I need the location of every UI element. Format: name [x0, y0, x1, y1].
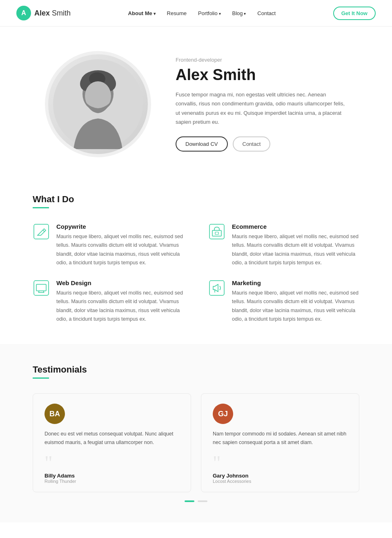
testimonial-1-text: Nam tempor commodo mi id sodales. Aenean… — [213, 430, 347, 447]
services-grid: Copywrite Mauris neque libero, aliquet v… — [33, 223, 359, 324]
testimonial-1-author: Gary Johnson — [213, 473, 347, 479]
what-i-do-title: What I Do — [33, 194, 359, 205]
testimonial-0-avatar: BA — [45, 404, 65, 424]
quote-mark-1: " — [213, 453, 347, 473]
service-copywrite-content: Copywrite Mauris neque libero, aliquet v… — [56, 223, 184, 267]
hero-content: Frontend-developer Alex Smith Fusce temp… — [176, 57, 347, 151]
pen-icon — [33, 223, 50, 240]
hero-role: Frontend-developer — [176, 57, 347, 63]
testimonials-grid: BA Donec eu est vel metus consequat volu… — [33, 393, 359, 492]
shop-icon — [208, 223, 225, 240]
service-webdesign: Web Design Mauris neque libero, aliquet … — [33, 279, 184, 324]
svg-rect-12 — [36, 284, 46, 291]
service-copywrite-title: Copywrite — [56, 223, 184, 230]
what-i-do-section: What I Do Copywrite Mauris neque libero,… — [0, 174, 392, 344]
hero-section: Frontend-developer Alex Smith Fusce temp… — [0, 27, 392, 174]
hero-image-wrap — [45, 51, 151, 157]
megaphone-icon — [208, 279, 225, 297]
hero-portrait — [53, 59, 143, 149]
nav-portfolio[interactable]: Portfolio — [198, 10, 220, 16]
download-cv-button[interactable]: Download CV — [176, 136, 228, 152]
testimonial-0: BA Donec eu est vel metus consequat volu… — [33, 393, 191, 492]
nav-resume[interactable]: Resume — [167, 10, 187, 16]
testimonial-0-header: BA — [45, 404, 179, 424]
service-copywrite-desc: Mauris neque libero, aliquet vel mollis … — [56, 232, 184, 267]
nav-blog[interactable]: Blog — [232, 10, 246, 16]
monitor-icon — [33, 279, 50, 297]
nav-links: About Me Resume Portfolio Blog Contact — [128, 10, 276, 16]
quote-mark-0: " — [45, 453, 179, 473]
service-marketing-title: Marketing — [232, 279, 359, 286]
service-ecommerce-desc: Mauris neque libero, aliquet vel mollis … — [232, 232, 359, 267]
hero-description: Fusce tempor magna mi, non egestas velit… — [176, 90, 347, 126]
testimonial-1-header: GJ — [213, 404, 347, 424]
testimonial-0-company: Rolling Thunder — [45, 479, 179, 484]
testimonial-0-text: Donec eu est vel metus consequat volutpa… — [45, 430, 179, 447]
logo[interactable]: A Alex Smith — [16, 6, 71, 20]
dot-active[interactable] — [185, 500, 194, 502]
dot-inactive[interactable] — [198, 500, 207, 502]
logo-text: Alex Smith — [34, 9, 71, 18]
svg-rect-10 — [215, 232, 218, 234]
testimonial-0-author: Billy Adams — [45, 473, 179, 479]
service-copywrite: Copywrite Mauris neque libero, aliquet v… — [33, 223, 184, 267]
service-ecommerce-title: Ecommerce — [232, 223, 359, 230]
service-marketing: Marketing Mauris neque libero, aliquet v… — [208, 279, 359, 324]
svg-rect-13 — [209, 281, 224, 295]
clients-section: Clients GOLDENGRID. SWEETY MAGIC FURNITU… — [0, 522, 392, 538]
testimonials-dots — [33, 500, 359, 502]
testimonials-title: Testimonials — [33, 364, 359, 375]
section-underline-2 — [33, 377, 49, 379]
nav-cta-button[interactable]: Get It Now — [333, 7, 376, 20]
nav-about[interactable]: About Me — [128, 10, 156, 16]
service-marketing-content: Marketing Mauris neque libero, aliquet v… — [232, 279, 359, 324]
service-marketing-desc: Mauris neque libero, aliquet vel mollis … — [232, 289, 359, 324]
nav-contact[interactable]: Contact — [257, 10, 276, 16]
hero-buttons: Download CV Contact — [176, 136, 347, 152]
logo-icon: A — [16, 6, 31, 20]
contact-button[interactable]: Contact — [233, 136, 271, 152]
service-ecommerce: Ecommerce Mauris neque libero, aliquet v… — [208, 223, 359, 267]
navbar: A Alex Smith About Me Resume Portfolio B… — [0, 0, 392, 27]
svg-rect-9 — [212, 230, 221, 236]
svg-rect-8 — [209, 224, 224, 239]
service-webdesign-title: Web Design — [56, 279, 184, 286]
testimonial-1: GJ Nam tempor commodo mi id sodales. Aen… — [201, 393, 359, 492]
service-webdesign-desc: Mauris neque libero, aliquet vel mollis … — [56, 289, 184, 324]
testimonials-section: Testimonials BA Donec eu est vel metus c… — [0, 344, 392, 522]
service-webdesign-content: Web Design Mauris neque libero, aliquet … — [56, 279, 184, 324]
testimonial-1-company: Locost Accessories — [213, 479, 347, 484]
service-ecommerce-content: Ecommerce Mauris neque libero, aliquet v… — [232, 223, 359, 267]
section-underline — [33, 207, 49, 208]
testimonial-1-avatar: GJ — [213, 404, 233, 424]
hero-name: Alex Smith — [176, 66, 347, 84]
